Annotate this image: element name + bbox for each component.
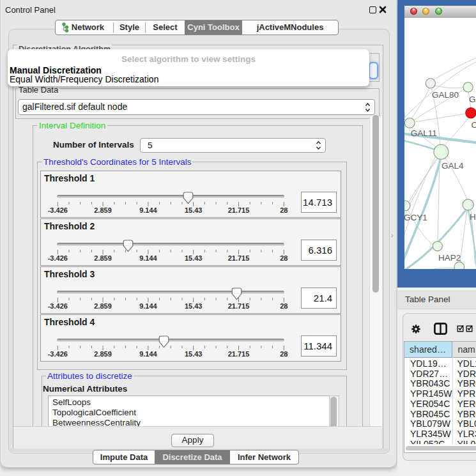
- svg-text:HAP: HAP: [470, 212, 476, 222]
- svg-text:GAL80: GAL80: [432, 90, 459, 100]
- svg-text:GAL4: GAL4: [441, 161, 464, 171]
- svg-text:HAP2: HAP2: [438, 253, 461, 263]
- svg-text:GAL2: GAL2: [469, 95, 476, 104]
- svg-text:GCY1: GCY1: [404, 213, 427, 222]
- svg-text:CDC: CDC: [472, 120, 476, 130]
- svg-text:GAL11: GAL11: [411, 128, 437, 138]
